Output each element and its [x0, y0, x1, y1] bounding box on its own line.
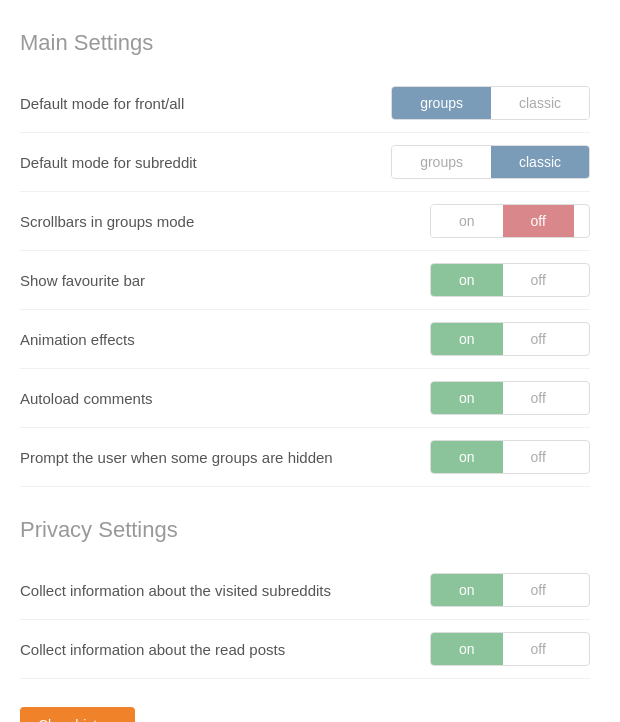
setting-row-collect-read-posts: Collect information about the read posts…: [20, 620, 590, 679]
setting-label-animation-effects: Animation effects: [20, 329, 135, 350]
toggle-btn-animation-effects-off[interactable]: off: [503, 323, 574, 355]
setting-label-collect-read-posts: Collect information about the read posts: [20, 639, 285, 660]
toggle-group-collect-visited-subreddits: onoff: [430, 573, 590, 607]
toggle-group-default-mode-subreddit: groupsclassic: [391, 145, 590, 179]
toggle-btn-show-favourite-bar-on[interactable]: on: [431, 264, 503, 296]
setting-label-default-mode-front: Default mode for front/all: [20, 93, 184, 114]
toggle-btn-collect-read-posts-on[interactable]: on: [431, 633, 503, 665]
toggle-btn-prompt-groups-hidden-off[interactable]: off: [503, 441, 574, 473]
toggle-btn-collect-visited-subreddits-on[interactable]: on: [431, 574, 503, 606]
privacy-settings-title: Privacy Settings: [20, 517, 590, 543]
setting-label-show-favourite-bar: Show favourite bar: [20, 270, 145, 291]
setting-label-autoload-comments: Autoload comments: [20, 388, 153, 409]
toggle-btn-default-mode-subreddit-classic[interactable]: classic: [491, 146, 589, 178]
toggle-group-scrollbars-groups: onoff: [430, 204, 590, 238]
toggle-group-default-mode-front: groupsclassic: [391, 86, 590, 120]
main-settings-section: Main Settings Default mode for front/all…: [20, 30, 590, 487]
toggle-btn-show-favourite-bar-off[interactable]: off: [503, 264, 574, 296]
privacy-settings-section: Privacy Settings Collect information abo…: [20, 517, 590, 679]
main-settings-title: Main Settings: [20, 30, 590, 56]
setting-label-collect-visited-subreddits: Collect information about the visited su…: [20, 580, 331, 601]
setting-row-scrollbars-groups: Scrollbars in groups modeonoff: [20, 192, 590, 251]
setting-label-scrollbars-groups: Scrollbars in groups mode: [20, 211, 194, 232]
toggle-group-prompt-groups-hidden: onoff: [430, 440, 590, 474]
setting-row-autoload-comments: Autoload commentsonoff: [20, 369, 590, 428]
toggle-btn-default-mode-front-groups[interactable]: groups: [392, 87, 491, 119]
setting-row-animation-effects: Animation effectsonoff: [20, 310, 590, 369]
setting-label-default-mode-subreddit: Default mode for subreddit: [20, 152, 197, 173]
toggle-btn-autoload-comments-on[interactable]: on: [431, 382, 503, 414]
toggle-group-autoload-comments: onoff: [430, 381, 590, 415]
setting-label-prompt-groups-hidden: Prompt the user when some groups are hid…: [20, 447, 333, 468]
toggle-btn-prompt-groups-hidden-on[interactable]: on: [431, 441, 503, 473]
privacy-settings-rows: Collect information about the visited su…: [20, 561, 590, 679]
setting-row-default-mode-front: Default mode for front/allgroupsclassic: [20, 74, 590, 133]
toggle-btn-collect-visited-subreddits-off[interactable]: off: [503, 574, 574, 606]
toggle-group-show-favourite-bar: onoff: [430, 263, 590, 297]
clear-history-button[interactable]: Clear history: [20, 707, 135, 722]
toggle-group-collect-read-posts: onoff: [430, 632, 590, 666]
toggle-btn-scrollbars-groups-on[interactable]: on: [431, 205, 503, 237]
setting-row-prompt-groups-hidden: Prompt the user when some groups are hid…: [20, 428, 590, 487]
toggle-btn-autoload-comments-off[interactable]: off: [503, 382, 574, 414]
setting-row-default-mode-subreddit: Default mode for subredditgroupsclassic: [20, 133, 590, 192]
setting-row-collect-visited-subreddits: Collect information about the visited su…: [20, 561, 590, 620]
setting-row-show-favourite-bar: Show favourite baronoff: [20, 251, 590, 310]
main-settings-rows: Default mode for front/allgroupsclassicD…: [20, 74, 590, 487]
toggle-btn-collect-read-posts-off[interactable]: off: [503, 633, 574, 665]
toggle-btn-scrollbars-groups-off[interactable]: off: [503, 205, 574, 237]
toggle-btn-default-mode-subreddit-groups[interactable]: groups: [392, 146, 491, 178]
toggle-btn-animation-effects-on[interactable]: on: [431, 323, 503, 355]
toggle-group-animation-effects: onoff: [430, 322, 590, 356]
toggle-btn-default-mode-front-classic[interactable]: classic: [491, 87, 589, 119]
